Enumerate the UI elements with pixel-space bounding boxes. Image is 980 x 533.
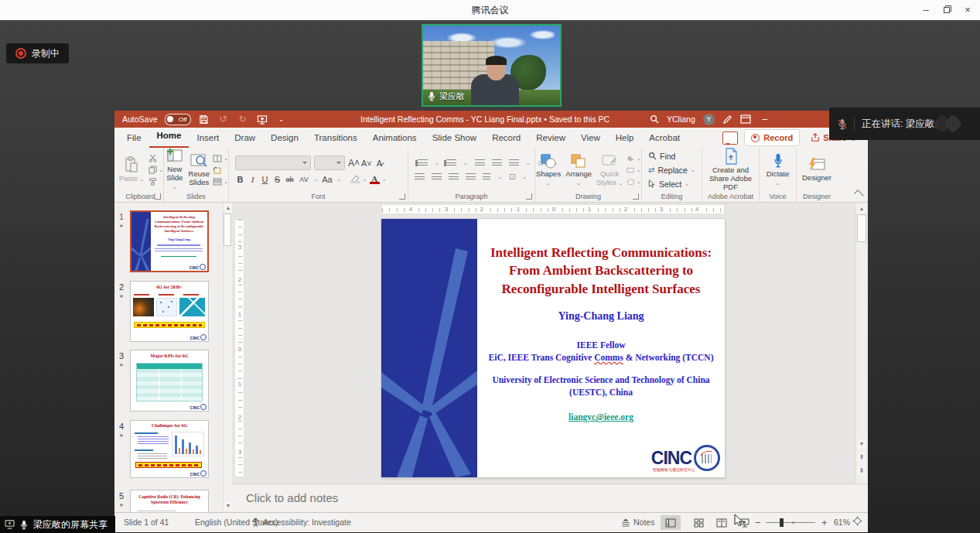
tab-insert[interactable]: Insert [189, 128, 227, 147]
bullets-icon[interactable] [418, 159, 428, 167]
shapes-button[interactable]: Shapes ⌄ [535, 153, 562, 187]
copy-icon[interactable]: ⌄ [149, 166, 163, 175]
italic-button[interactable]: I [248, 175, 258, 184]
align-center-icon[interactable] [432, 173, 442, 181]
find-button[interactable]: Find [648, 150, 675, 162]
line-spacing-icon[interactable] [509, 159, 519, 167]
scroll-down-icon[interactable]: ▼ [857, 439, 866, 449]
underline-button[interactable]: U [260, 175, 270, 184]
tab-home[interactable]: Home [149, 128, 190, 149]
columns-icon[interactable] [483, 173, 490, 181]
notes-pane[interactable]: Click to add notes [232, 483, 868, 513]
select-button[interactable]: Select⌄ [648, 178, 689, 190]
thumbnail-scrollbar[interactable]: ▲ ▼ [223, 203, 232, 512]
strikethrough-button[interactable]: S [272, 175, 282, 184]
undo-icon[interactable]: ↺ [217, 113, 230, 125]
paragraph-dialog-launcher[interactable] [526, 193, 532, 200]
slide-email-link[interactable]: liangyc@ieee.org [569, 412, 633, 422]
slide-thumbnail[interactable]: Intelligent Reflecting Communications: F… [130, 210, 209, 272]
document-title[interactable]: Intelligent Reflecting Comms - YC Liang … [360, 111, 610, 128]
minimize-icon[interactable]: – [915, 0, 937, 20]
format-painter-icon[interactable] [149, 177, 157, 186]
tab-help[interactable]: Help [608, 128, 642, 147]
font-color-icon[interactable]: A [370, 174, 380, 184]
tab-view[interactable]: View [573, 128, 608, 147]
zoom-in-button[interactable]: + [821, 513, 828, 532]
zoom-slider-thumb[interactable] [780, 518, 784, 527]
scroll-thumb[interactable] [857, 214, 866, 242]
highlight-color-icon[interactable] [350, 176, 360, 183]
align-right-icon[interactable] [449, 173, 459, 181]
redo-icon[interactable]: ↻ [237, 113, 249, 125]
slide-thumbnail[interactable]: Major KPIs for 6G CINC [130, 350, 209, 412]
zoom-slider-track[interactable] [766, 522, 815, 523]
ribbon-display-icon[interactable] [740, 114, 751, 124]
slide-thumbnail[interactable]: 6G for 2030~ CINC [130, 281, 209, 342]
toolbar-options-icon[interactable]: ⌄ [275, 113, 288, 125]
bold-button[interactable]: B [235, 175, 245, 184]
ppt-minimize-icon[interactable]: – [759, 113, 771, 125]
paste-button[interactable]: Paste ⌄ [118, 156, 145, 183]
comments-icon[interactable] [722, 132, 738, 145]
collapse-ribbon-icon[interactable] [854, 190, 864, 200]
zoom-out-button[interactable]: − [755, 513, 761, 532]
accessibility-status[interactable]: Accessibility: Investigate [263, 513, 351, 532]
fit-slide-button[interactable] [852, 514, 862, 533]
search-icon[interactable] [650, 114, 659, 124]
decrease-indent-icon[interactable] [475, 159, 485, 167]
normal-view-button[interactable] [661, 515, 681, 530]
justify-icon[interactable] [466, 173, 476, 181]
slide-canvas[interactable]: Intelligent Reflecting Communications: F… [381, 219, 725, 477]
notes-toggle[interactable]: Notes [621, 513, 654, 532]
tab-design[interactable]: Design [263, 128, 306, 147]
font-name-select[interactable] [235, 155, 311, 170]
slideshow-icon[interactable] [256, 113, 268, 125]
record-button[interactable]: Record [744, 129, 800, 146]
tab-review[interactable]: Review [528, 128, 573, 147]
next-slide-icon[interactable]: ⇟ [857, 466, 866, 475]
reset-slide-icon[interactable] [213, 166, 222, 175]
quick-styles-button[interactable]: Quick Styles ⌄ [596, 153, 623, 187]
speaker-video-thumbnail[interactable]: 梁应敞 [422, 24, 562, 107]
scroll-up-icon[interactable]: ▲ [857, 204, 866, 214]
tab-transitions[interactable]: Transitions [306, 128, 365, 147]
font-size-select[interactable] [314, 155, 345, 170]
change-case-icon[interactable]: Aa [320, 175, 334, 184]
shape-fill-icon[interactable]: ⌄ [627, 154, 641, 163]
shadow-button[interactable]: ab [285, 176, 295, 183]
previous-slide-icon[interactable]: ⇞ [857, 453, 866, 462]
shrink-font-icon[interactable]: A˅ [361, 159, 371, 168]
slide-layout-icon[interactable]: ⌄ [213, 154, 228, 163]
create-adobe-pdf-button[interactable]: Create and Share Adobe PDF [705, 148, 756, 192]
notes-placeholder[interactable]: Click to add notes [246, 491, 338, 504]
numbering-icon[interactable] [446, 159, 456, 167]
reuse-slides-button[interactable]: Reuse Slides [189, 153, 210, 187]
align-left-icon[interactable] [415, 173, 425, 181]
cut-icon[interactable] [149, 154, 157, 163]
shape-outline-icon[interactable]: ⌄ [627, 166, 641, 175]
clipboard-dialog-launcher[interactable] [155, 193, 161, 200]
editor-scrollbar[interactable]: ▲ ▼ ⇞ ⇟ [855, 203, 867, 483]
tab-slide-show[interactable]: Slide Show [425, 128, 485, 147]
shape-effects-icon[interactable]: ⌄ [627, 177, 641, 186]
tab-file[interactable]: File [119, 128, 149, 147]
tab-animations[interactable]: Animations [365, 128, 425, 147]
font-dialog-launcher[interactable] [399, 193, 405, 200]
tab-acrobat[interactable]: Acrobat [641, 128, 688, 147]
pen-mode-icon[interactable] [722, 114, 732, 125]
thumb-scroll-thumb[interactable] [224, 214, 231, 246]
restore-icon[interactable] [937, 0, 958, 20]
slide-author[interactable]: Ying-Chang Liang [477, 310, 725, 323]
slide-title[interactable]: Intelligent Reflecting Communications: F… [482, 244, 720, 298]
clear-formatting-icon[interactable]: A̷ [374, 159, 384, 168]
save-icon[interactable] [198, 113, 210, 125]
slide-thumbnail[interactable]: Challenges for 6G CINC [130, 420, 209, 478]
tab-record[interactable]: Record [484, 128, 528, 147]
increase-indent-icon[interactable] [492, 159, 502, 167]
avatar[interactable]: Y [703, 114, 715, 125]
close-icon[interactable]: × [957, 0, 978, 20]
char-spacing-icon[interactable]: AV [297, 176, 311, 183]
user-name[interactable]: YCliang [667, 114, 695, 124]
convert-smartart-icon[interactable]: ⊡ [509, 173, 515, 181]
drawing-dialog-launcher[interactable] [633, 193, 639, 200]
